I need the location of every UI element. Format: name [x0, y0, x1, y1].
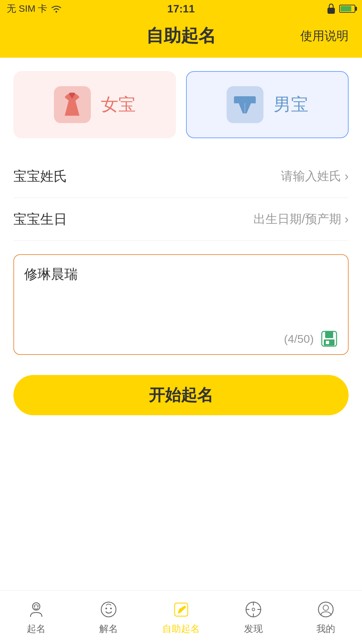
birthday-placeholder: 出生日期/预产期 [253, 211, 341, 227]
svg-rect-2 [234, 96, 256, 103]
male-label: 男宝 [274, 93, 308, 116]
battery-icon [339, 5, 355, 13]
svg-point-12 [110, 608, 112, 609]
edit-icon [171, 600, 191, 620]
save-icon[interactable] [320, 330, 338, 347]
nav-item-discover[interactable]: 发现 [217, 600, 290, 635]
male-gender-card[interactable]: 男宝 [186, 71, 349, 138]
char-count: (4/50) [284, 332, 314, 345]
nav-label-naming: 起名 [27, 623, 46, 635]
sim-text: 无 SIM 卡 [7, 2, 47, 15]
svg-point-21 [323, 605, 328, 610]
start-naming-button[interactable]: 开始起名 [13, 375, 349, 415]
name-textarea[interactable] [24, 265, 338, 325]
female-icon-box [54, 86, 91, 123]
birthday-label: 宝宝生日 [13, 210, 67, 228]
face-icon [99, 600, 119, 620]
svg-rect-6 [326, 341, 329, 344]
name-input-section: (4/50) [13, 254, 349, 355]
surname-placeholder: 请输入姓氏 [281, 168, 341, 184]
nav-item-selfnaming[interactable]: 自助起名 [145, 600, 217, 635]
help-button[interactable]: 使用说明 [300, 28, 349, 44]
status-time: 17:11 [167, 3, 195, 15]
birthday-row[interactable]: 宝宝生日 出生日期/预产期 › [13, 198, 349, 241]
svg-point-0 [56, 11, 57, 13]
surname-chevron-icon: › [345, 169, 349, 183]
svg-point-8 [34, 606, 35, 607]
nav-item-naming[interactable]: 起名 [0, 600, 72, 635]
birthday-chevron-icon: › [345, 212, 349, 226]
pants-icon [232, 95, 257, 115]
page-title: 自助起名 [146, 24, 216, 48]
surname-value[interactable]: 请输入姓氏 › [281, 168, 349, 184]
gender-selection: 女宝 男宝 [13, 71, 349, 138]
female-gender-card[interactable]: 女宝 [13, 71, 176, 138]
app-header: 自助起名 使用说明 [0, 17, 362, 58]
svg-rect-1 [328, 8, 335, 13]
bottom-nav: 起名 解名 自助起名 [0, 590, 362, 644]
surname-label: 宝宝姓氏 [13, 167, 67, 185]
surname-row[interactable]: 宝宝姓氏 请输入姓氏 › [13, 155, 349, 198]
status-right [326, 3, 355, 14]
nav-item-analyze[interactable]: 解名 [72, 600, 145, 635]
svg-point-15 [252, 608, 255, 611]
male-icon-box [227, 86, 263, 123]
status-bar: 无 SIM 卡 17:11 [0, 0, 362, 17]
nav-label-mine: 我的 [316, 623, 335, 635]
svg-point-11 [105, 608, 107, 609]
nav-item-mine[interactable]: 我的 [290, 600, 362, 635]
svg-rect-4 [325, 331, 333, 338]
textarea-footer: (4/50) [24, 330, 338, 347]
nav-label-selfnaming: 自助起名 [162, 623, 200, 635]
compass-icon [243, 600, 263, 620]
nav-label-analyze: 解名 [99, 623, 118, 635]
birthday-value[interactable]: 出生日期/预产期 › [253, 211, 349, 227]
status-left: 无 SIM 卡 [7, 2, 62, 15]
lock-icon [326, 3, 336, 14]
dress-icon [61, 92, 83, 117]
female-label: 女宝 [101, 93, 136, 116]
baby-icon [26, 600, 46, 620]
svg-point-9 [37, 606, 39, 607]
profile-icon [316, 600, 336, 620]
main-content: 女宝 男宝 宝宝姓氏 请输入姓氏 › 宝宝生日 出生日期/预产期 [0, 58, 362, 590]
nav-label-discover: 发现 [244, 623, 263, 635]
wifi-icon [51, 4, 62, 13]
